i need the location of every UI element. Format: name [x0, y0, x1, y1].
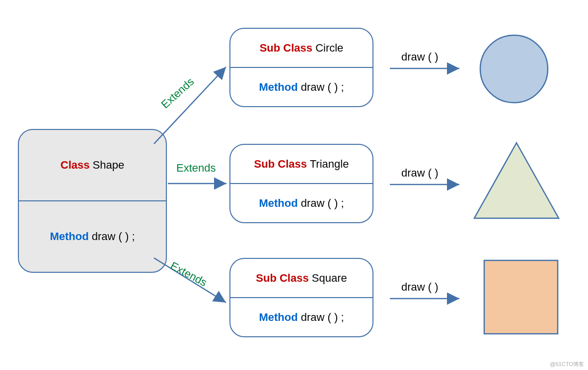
extends-arrow-square	[139, 253, 238, 342]
subclass-keyword: Sub Class	[256, 272, 308, 284]
method-keyword: Method	[259, 311, 297, 323]
method-keyword: Method	[259, 197, 297, 209]
svg-rect-8	[484, 260, 558, 334]
subclass-name: Square	[309, 272, 347, 284]
method-sig: draw ( ) ;	[298, 197, 344, 209]
svg-marker-7	[474, 143, 559, 218]
draw-label-triangle: draw ( )	[401, 167, 439, 180]
subclass-name: Circle	[312, 42, 343, 54]
subclass-method-row: Method draw ( ) ;	[230, 67, 372, 106]
extends-arrow-triangle	[167, 174, 236, 193]
subclass-title-row: Sub Class Circle	[230, 29, 372, 67]
watermark: @51CTO博客	[550, 361, 584, 368]
triangle-icon	[469, 139, 564, 223]
subclass-title-row: Sub Class Square	[230, 259, 372, 297]
subclass-title-row: Sub Class Triangle	[230, 145, 372, 183]
method-sig: draw ( ) ;	[298, 311, 344, 323]
subclass-box-square: Sub Class Square Method draw ( ) ;	[229, 258, 373, 337]
subclass-name: Triangle	[307, 158, 349, 170]
method-keyword: Method	[259, 81, 297, 93]
svg-point-6	[480, 35, 548, 103]
draw-label-square: draw ( )	[401, 281, 439, 294]
subclass-keyword: Sub Class	[254, 158, 307, 170]
class-name: Shape	[89, 159, 124, 171]
subclass-method-row: Method draw ( ) ;	[230, 297, 372, 336]
subclass-box-circle: Sub Class Circle Method draw ( ) ;	[229, 28, 373, 107]
subclass-method-row: Method draw ( ) ;	[230, 183, 372, 222]
subclass-box-triangle: Sub Class Triangle Method draw ( ) ;	[229, 144, 373, 223]
class-keyword: Class	[61, 159, 90, 171]
class-box-shape: Class Shape Method draw ( ) ;	[18, 129, 167, 273]
draw-label-circle: draw ( )	[401, 51, 439, 63]
extends-arrow-circle	[139, 60, 238, 149]
square-icon	[482, 258, 561, 337]
method-keyword: Method	[50, 230, 88, 243]
method-sig: draw ( ) ;	[298, 81, 344, 93]
circle-icon	[477, 32, 551, 106]
method-sig: draw ( ) ;	[89, 230, 135, 243]
extends-label-triangle: Extends	[176, 162, 216, 175]
subclass-keyword: Sub Class	[260, 42, 312, 54]
